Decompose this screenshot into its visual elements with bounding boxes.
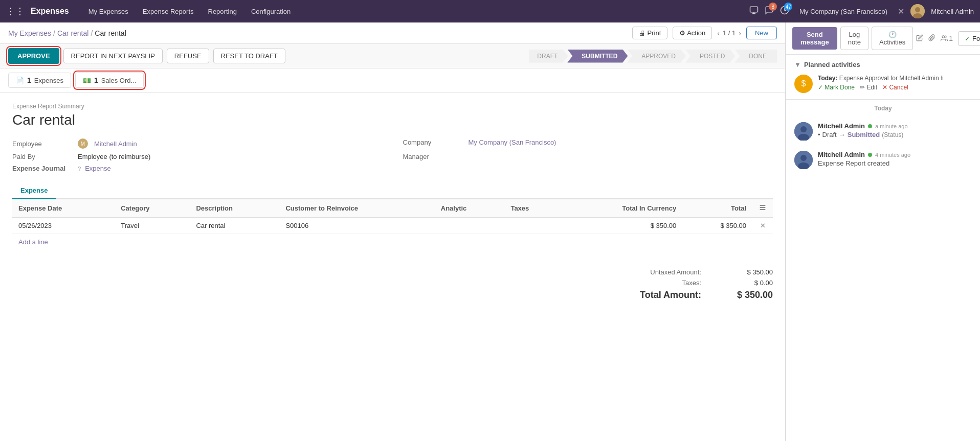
nav-configuration[interactable]: Configuration (246, 6, 296, 17)
col-customer: Customer to Reinvoice (279, 199, 434, 218)
nav-expense-reports[interactable]: Expense Reports (138, 6, 199, 17)
employee-avatar: M (78, 138, 88, 149)
form-subtitle: Expense Report Summary (12, 103, 773, 110)
action-button[interactable]: ⚙ Action (673, 27, 712, 39)
msg-content-1: Mitchell Admin a minute ago • Draft → Su… (818, 122, 972, 141)
expense-journal-value[interactable]: Expense (85, 165, 111, 172)
col-total: Total (682, 199, 752, 218)
svg-point-10 (800, 126, 807, 132)
sales-order-smart-btn[interactable]: 💵 1 Sales Ord... (75, 73, 144, 88)
chatter-today: Today (786, 100, 980, 117)
chatter-icons: 1 ✓ Following (916, 31, 980, 46)
tab-expense[interactable]: Expense (12, 182, 56, 199)
pager-prev[interactable]: ‹ (717, 29, 720, 37)
svg-point-13 (800, 155, 807, 161)
planned-activities-section: ▼ Planned activities $ Today: Expense Ap… (786, 55, 980, 100)
nav-reporting[interactable]: Reporting (203, 6, 242, 17)
edit-activity-button[interactable]: ✏ Edit (860, 84, 877, 91)
company-name: My Company (San Francisco) (799, 8, 887, 15)
form-title: Car rental (12, 112, 773, 128)
report-in-next-payslip-button[interactable]: REPORT IN NEXT PAYSLIP (63, 49, 163, 63)
add-line-link[interactable]: Add a line (12, 234, 773, 250)
following-button[interactable]: ✓ Following (958, 31, 980, 46)
status-approved[interactable]: APPROVED (627, 50, 686, 63)
col-analytic: Analytic (435, 199, 505, 218)
status-draft[interactable]: DRAFT (529, 50, 568, 63)
cell-delete[interactable]: ✕ (752, 218, 773, 234)
expenses-smart-btn[interactable]: 📄 1 Expenses (8, 73, 71, 88)
cell-total: $ 350.00 (682, 218, 752, 234)
chat-badge: 8 (769, 3, 777, 11)
app-name: Expenses (31, 7, 69, 16)
cell-category: Travel (115, 218, 190, 234)
col-expense-date: Expense Date (12, 199, 115, 218)
expense-journal-help[interactable]: ? (78, 166, 81, 172)
pager-next[interactable]: › (739, 29, 741, 37)
user-name: Mitchell Admin (931, 8, 974, 15)
check-icon: ✓ (965, 35, 970, 42)
tabs-bar: Expense (12, 182, 773, 199)
table-row[interactable]: 05/26/2023 Travel Car rental S00106 $ 35… (12, 218, 773, 234)
top-nav: ⋮⋮ Expenses My Expenses Expense Reports … (0, 0, 980, 22)
col-category: Category (115, 199, 190, 218)
screen-icon[interactable] (749, 6, 759, 17)
paid-by-value: Employee (to reimburse) (78, 153, 150, 160)
action-bar: APPROVE REPORT IN NEXT PAYSLIP REFUSE RE… (0, 44, 785, 68)
cancel-activity-button[interactable]: ✕ Cancel (882, 84, 908, 91)
activity-avatar: $ (794, 75, 813, 93)
gear-icon: ⚙ (679, 29, 685, 37)
breadcrumb-bar: My Expenses / Car rental / Car rental 🖨 … (0, 22, 785, 44)
employee-value[interactable]: Mitchell Admin (94, 140, 137, 148)
activity-item: $ Today: Expense Approval for Mitchell A… (794, 75, 972, 93)
company-value[interactable]: My Company (San Francisco) (469, 138, 556, 146)
msg-avatar-1 (794, 122, 813, 141)
clock-badge: 47 (784, 3, 792, 11)
col-total-currency: Total In Currency (561, 199, 682, 218)
breadcrumb-actions: 🖨 Print ⚙ Action ‹ 1 / 1 › New (632, 27, 777, 39)
approve-button[interactable]: APPROVE (8, 48, 59, 64)
cell-description: Car rental (190, 218, 279, 234)
svg-point-8 (942, 36, 945, 38)
send-message-button[interactable]: Send message (792, 27, 837, 50)
arrow-icon: → (839, 131, 845, 138)
msg-body-2: Expense Report created (818, 159, 972, 167)
main-layout: My Expenses / Car rental / Car rental 🖨 … (0, 22, 980, 441)
status-posted[interactable]: POSTED (685, 50, 735, 63)
chat-icon[interactable]: 8 (765, 6, 774, 17)
msg-avatar-2 (794, 151, 813, 169)
planned-activities-header: ▼ Planned activities (794, 61, 972, 68)
pencil-icon[interactable] (916, 34, 923, 43)
nav-my-expenses[interactable]: My Expenses (83, 6, 133, 17)
print-button[interactable]: 🖨 Print (632, 27, 667, 39)
svg-point-3 (915, 7, 920, 12)
chatter-actions: Send message Log note 🕐 Activities 1 ✓ (786, 22, 980, 55)
new-button[interactable]: New (746, 27, 777, 39)
info-icon[interactable]: ℹ (941, 75, 943, 82)
status-done[interactable]: DONE (734, 50, 777, 63)
cell-date: 05/26/2023 (12, 218, 115, 234)
refuse-button[interactable]: REFUSE (167, 49, 209, 63)
grid-icon[interactable]: ⋮⋮ (6, 6, 25, 17)
log-note-button[interactable]: Log note (840, 27, 868, 50)
activity-date: Today: Expense Approval for Mitchell Adm… (818, 75, 972, 82)
form-area: Expense Report Summary Car rental Employ… (0, 92, 785, 260)
activities-button[interactable]: 🕐 Activities (872, 27, 913, 50)
clock-icon[interactable]: 47 (780, 6, 789, 17)
status-submitted[interactable]: SUBMITTED (567, 50, 628, 63)
close-icon[interactable]: ✕ (898, 7, 904, 16)
bc-car-rental-link[interactable]: Car rental (57, 29, 88, 37)
collapse-icon[interactable]: ▼ (794, 61, 801, 68)
followers-icon[interactable]: 1 (941, 34, 953, 42)
paperclip-icon[interactable] (928, 34, 936, 43)
expense-table: Expense Date Category Description Custom… (12, 199, 773, 234)
pager: ‹ 1 / 1 › (717, 29, 741, 37)
print-icon: 🖨 (639, 29, 645, 37)
untaxed-value: $ 350.00 (722, 268, 773, 276)
mark-done-button[interactable]: ✓ Mark Done (818, 84, 855, 91)
bc-my-expenses[interactable]: My Expenses (8, 29, 51, 37)
totals-section: Untaxed Amount: $ 350.00 Taxes: $ 0.00 T… (0, 260, 785, 312)
reset-to-draft-button[interactable]: RESET TO DRAFT (213, 49, 285, 63)
untaxed-row: Untaxed Amount: $ 350.00 (12, 268, 773, 276)
manager-field: Manager (403, 153, 773, 160)
svg-rect-0 (750, 7, 758, 12)
